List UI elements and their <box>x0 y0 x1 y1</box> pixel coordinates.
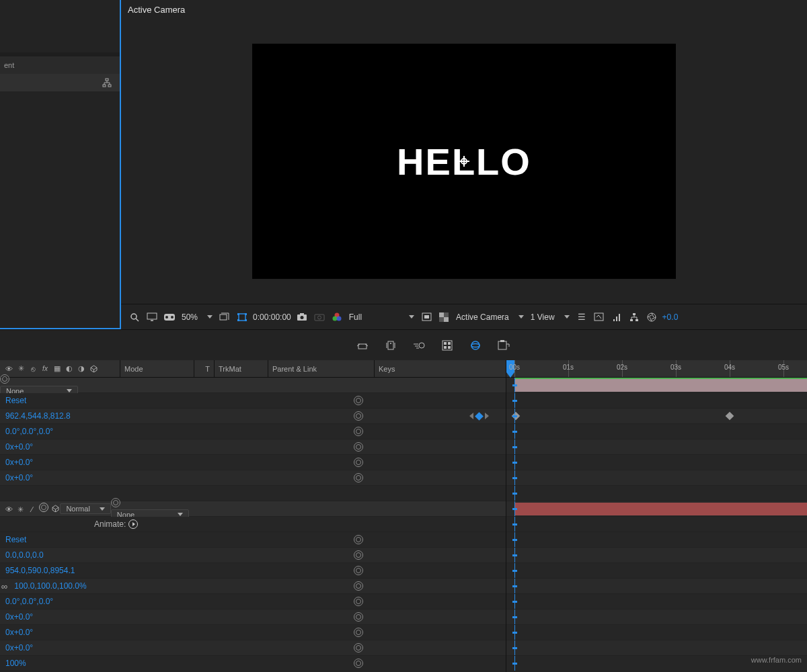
prop-value[interactable]: Reset <box>5 396 26 405</box>
frame-blend-sw-icon[interactable]: ▦ <box>52 364 62 374</box>
track-row[interactable] <box>506 532 807 548</box>
fx-sw-layer-icon[interactable]: ∕ <box>28 505 37 514</box>
expression-pickwhip-icon[interactable] <box>354 427 363 436</box>
property-row[interactable]: 0x+0.0° <box>0 640 506 656</box>
col-trkmat[interactable]: TrkMat <box>214 360 268 377</box>
prop-value[interactable]: 0.0°,0.0°,0.0° <box>5 597 53 606</box>
track-row[interactable] <box>506 501 807 517</box>
property-row[interactable]: 100% <box>0 656 506 671</box>
prop-value[interactable]: 0.0,0.0,0.0 <box>5 550 44 560</box>
show-snapshot-icon[interactable] <box>313 310 326 324</box>
aperture-icon[interactable] <box>645 310 658 324</box>
fx-label-icon[interactable]: fx <box>40 364 50 374</box>
composition-canvas[interactable]: HELLO <box>252 44 676 279</box>
track-row[interactable] <box>506 610 807 625</box>
prop-value[interactable]: 0x+0.0° <box>5 458 33 467</box>
expression-pickwhip-icon[interactable] <box>354 597 363 606</box>
expression-pickwhip-icon[interactable] <box>354 442 363 452</box>
track-row[interactable] <box>506 579 807 594</box>
left-tab-row[interactable]: ent <box>0 56 120 74</box>
property-row[interactable]: 0.0°,0.0°,0.0° <box>0 424 506 439</box>
link-icon[interactable]: ∞ <box>1 581 7 591</box>
pickwhip-icon[interactable] <box>111 498 120 507</box>
expression-pickwhip-icon[interactable] <box>354 550 363 560</box>
draft3d-icon[interactable] <box>468 338 483 353</box>
flowchart-icon-2[interactable] <box>627 310 641 324</box>
property-row[interactable]: 962.4,544.8,812.8 <box>0 409 506 424</box>
pickwhip-icon[interactable] <box>0 374 9 384</box>
prop-value[interactable]: 962.4,544.8,812.8 <box>5 411 71 421</box>
track-row[interactable] <box>506 470 807 486</box>
mb-sw-icon[interactable]: ◐ <box>65 364 74 374</box>
col-parent[interactable]: Parent & Link <box>268 360 374 377</box>
zoom-select[interactable]: 50% <box>180 312 214 322</box>
property-row[interactable]: ∞ 100.0,100.0,100.0% <box>0 579 506 594</box>
toolbar-icon-a[interactable]: ☰ <box>575 310 588 324</box>
prop-value[interactable]: 100% <box>5 659 26 668</box>
prop-value[interactable]: 0.0°,0.0°,0.0° <box>5 427 53 436</box>
col-keys[interactable]: Keys <box>374 360 428 377</box>
col-mode[interactable]: Mode <box>120 360 194 377</box>
exposure-value[interactable]: +0.0 <box>662 312 679 322</box>
3d-layer-icon[interactable] <box>50 504 60 513</box>
layer-1-header[interactable]: None <box>0 378 506 393</box>
prop-value[interactable]: 0x+0.0° <box>5 643 33 653</box>
text-layer-hello[interactable]: HELLO <box>397 140 531 183</box>
shy-icon[interactable] <box>355 338 370 353</box>
track-row[interactable] <box>506 455 807 470</box>
layer-2-header[interactable]: 👁 ✳ ∕ Normal None <box>0 501 506 517</box>
monitor-icon[interactable] <box>145 310 159 324</box>
prop-value[interactable]: 0x+0.0° <box>5 628 33 637</box>
adj-sw-icon[interactable]: ◑ <box>77 364 86 374</box>
track-row[interactable] <box>506 640 807 656</box>
track-row[interactable] <box>506 424 807 439</box>
layer-bar[interactable] <box>514 379 807 392</box>
prop-value[interactable]: 954.0,590.0,8954.1 <box>5 566 75 575</box>
expression-pickwhip-icon[interactable] <box>354 566 363 575</box>
vr-icon[interactable] <box>163 310 176 324</box>
expression-pickwhip-icon[interactable] <box>354 628 363 637</box>
track-row[interactable] <box>506 378 807 393</box>
track-row[interactable] <box>506 517 807 532</box>
shy-sw-icon[interactable]: 👁 <box>4 364 13 374</box>
property-row[interactable]: 0x+0.0° <box>0 439 506 455</box>
channels-icon[interactable] <box>330 310 344 324</box>
keyframe-icon[interactable] <box>475 412 484 421</box>
property-row[interactable]: Reset <box>0 532 506 548</box>
property-row[interactable]: 0x+0.0° <box>0 470 506 486</box>
graph-editor-icon[interactable] <box>440 338 455 353</box>
camera-view-select[interactable]: Active Camera <box>455 312 525 322</box>
next-keyframe-icon[interactable] <box>485 413 489 419</box>
keyframe-diamond[interactable] <box>726 412 734 421</box>
shy-sw-layer-icon[interactable]: 👁 <box>4 505 13 514</box>
expression-pickwhip-icon[interactable] <box>354 396 363 405</box>
expression-pickwhip-icon[interactable] <box>354 535 363 544</box>
track-row[interactable] <box>506 625 807 640</box>
mb-layer-icon[interactable] <box>39 503 48 512</box>
track-row[interactable] <box>506 594 807 610</box>
property-row[interactable]: Reset <box>0 393 506 409</box>
star-sw-icon[interactable]: ✳ <box>16 364 26 374</box>
expression-pickwhip-icon[interactable] <box>354 581 363 591</box>
expression-pickwhip-icon[interactable] <box>354 659 363 668</box>
grid-select-icon[interactable] <box>218 310 231 324</box>
prop-value[interactable]: 0x+0.0° <box>5 442 33 452</box>
expression-pickwhip-icon[interactable] <box>354 612 363 622</box>
prop-value[interactable]: Reset <box>5 535 26 544</box>
prev-keyframe-icon[interactable] <box>469 413 473 419</box>
flowchart-icon[interactable] <box>102 78 112 87</box>
layer-bar[interactable] <box>514 503 807 515</box>
magnify-icon[interactable] <box>128 310 141 324</box>
property-row[interactable]: 0.0°,0.0°,0.0° <box>0 594 506 610</box>
roi-icon[interactable] <box>420 310 433 324</box>
view-layout-select[interactable]: 1 View <box>529 312 571 322</box>
property-row[interactable]: 0x+0.0° <box>0 610 506 625</box>
mode-select-layer2[interactable]: Normal <box>60 503 110 514</box>
prop-value[interactable]: 0x+0.0° <box>5 612 33 622</box>
track-row[interactable] <box>506 439 807 455</box>
3d-sw-icon[interactable] <box>89 364 98 374</box>
prop-value[interactable]: 100.0,100.0,100.0% <box>14 581 86 591</box>
expression-pickwhip-icon[interactable] <box>354 643 363 653</box>
resolution-select[interactable]: Full <box>348 312 416 322</box>
playhead-indicator[interactable] <box>506 372 514 378</box>
